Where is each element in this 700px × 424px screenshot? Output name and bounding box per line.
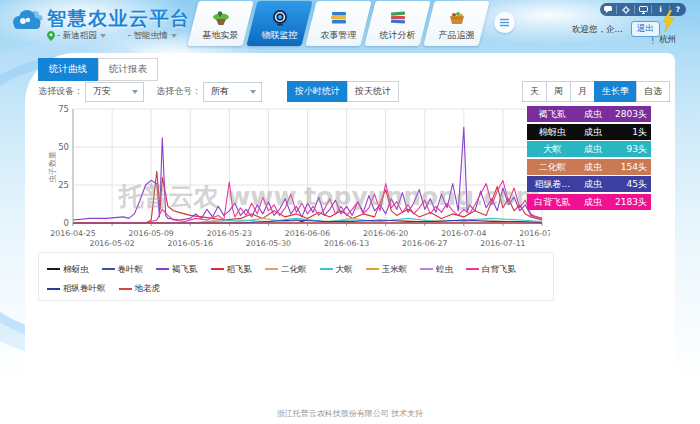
svg-text:2016-06-13: 2016-06-13 — [324, 239, 369, 248]
logout-button[interactable]: 退出 — [631, 21, 660, 37]
summary-row: 二化螟成虫154头 — [527, 159, 651, 175]
welcome-text: 欢迎您，企... — [572, 24, 623, 36]
legend-swatch — [211, 268, 224, 270]
insect-count: 1头 — [609, 124, 651, 140]
camera-icon — [271, 9, 289, 27]
svg-text:虫子数量: 虫子数量 — [48, 151, 57, 183]
svg-text:2016-07-04: 2016-07-04 — [441, 229, 486, 238]
app-title: 智慧农业云平台 — [47, 6, 191, 32]
period-button-2[interactable]: 周 — [546, 81, 571, 102]
nav-tab-1[interactable]: 基地实景 — [187, 1, 253, 46]
legend-item[interactable]: 二化螟 — [265, 262, 307, 277]
nav-tab-2[interactable]: 物联监控 — [246, 1, 312, 46]
insect-stage: 成虫 — [577, 106, 608, 122]
insect-name: 棉蚜虫 — [527, 124, 577, 140]
monitor-icon[interactable] — [635, 5, 652, 14]
cabin-label: 选择仓号： — [156, 85, 201, 98]
period-button-3[interactable]: 月 — [570, 81, 595, 102]
lightning-weather-icon — [662, 10, 675, 36]
legend-label: 二化螟 — [281, 262, 307, 277]
module-selector[interactable]: - 智能虫情 — [128, 30, 177, 42]
svg-text:2016-05-23: 2016-05-23 — [207, 229, 252, 238]
period-button-5[interactable]: 自选 — [636, 81, 670, 102]
legend-item[interactable]: 大螟 — [320, 262, 353, 277]
legend-label: 卷叶螟 — [118, 262, 144, 277]
summary-row: 褐飞虱成虫2803头 — [527, 106, 651, 122]
legend-swatch — [102, 268, 115, 270]
logo-cloud-icon — [10, 7, 44, 35]
legend-label: 棉蚜虫 — [63, 262, 89, 277]
insect-count: 2183头 — [609, 194, 651, 210]
chevron-down-icon — [132, 90, 138, 94]
legend-label: 稻纵卷叶螟 — [63, 281, 106, 296]
svg-text:2016-06-06: 2016-06-06 — [285, 229, 330, 238]
period-button-4[interactable]: 生长季 — [594, 81, 637, 102]
insect-count: 2803头 — [609, 106, 651, 122]
insect-name: 稻纵卷... — [527, 176, 577, 192]
stat-mode-button-1[interactable]: 按小时统计 — [287, 81, 348, 102]
stat-mode-group: 按小时统计按天统计 — [288, 81, 399, 102]
svg-text:50: 50 — [58, 142, 69, 152]
insect-count: 154头 — [609, 159, 651, 175]
summary-row: 棉蚜虫成虫1头 — [527, 124, 651, 140]
chart-legend: 棉蚜虫卷叶螟褐飞虱稻飞虱二化螟大螟玉米螟蝗虫白背飞虱稻纵卷叶螟地老虎 — [38, 252, 554, 301]
filter-row: 选择设备： 万安 选择仓号： 所有 按小时统计按天统计 天周月生长季自选 — [38, 81, 670, 102]
svg-text:2016-04-25: 2016-04-25 — [50, 229, 95, 238]
insect-name: 大螟 — [527, 141, 577, 157]
svg-text:25: 25 — [58, 180, 69, 190]
period-button-1[interactable]: 天 — [522, 81, 547, 102]
nav-tab-4[interactable]: 统计分析 — [364, 1, 430, 46]
legend-label: 玉米螟 — [382, 262, 408, 277]
chevron-down-icon — [100, 34, 106, 38]
legend-item[interactable]: 褐飞虱 — [156, 262, 198, 277]
gear-icon[interactable] — [617, 5, 634, 14]
legend-item[interactable]: 地老虎 — [119, 281, 161, 296]
location-selector[interactable]: - 新迪稻园 — [57, 30, 106, 42]
legend-item[interactable]: 稻纵卷叶螟 — [47, 281, 106, 296]
insect-count: 93头 — [609, 141, 651, 157]
svg-text:0: 0 — [64, 218, 69, 228]
chat-icon[interactable] — [600, 5, 617, 14]
svg-text:2016-07-11: 2016-07-11 — [480, 239, 525, 248]
legend-label: 稻飞虱 — [227, 262, 253, 277]
legend-label: 蝗虫 — [436, 262, 453, 277]
svg-text:2016-05-30: 2016-05-30 — [246, 239, 291, 248]
nav-tab-label: 产品追溯 — [439, 29, 475, 42]
weather-city: 杭州 — [659, 34, 676, 46]
nav-tab-5[interactable]: 产品追溯 — [423, 1, 489, 46]
basket-icon — [448, 9, 466, 27]
stat-mode-button-2[interactable]: 按天统计 — [347, 81, 399, 102]
nav-more-button[interactable] — [494, 12, 515, 33]
legend-item[interactable]: 卷叶螟 — [102, 262, 144, 277]
content-panel: 统计曲线统计报表 选择设备： 万安 选择仓号： 所有 按小时统计按天统计 天周月… — [25, 53, 675, 424]
chart-area: 2016-04-252016-05-022016-05-092016-05-16… — [45, 101, 550, 259]
period-group: 天周月生长季自选 — [523, 81, 670, 102]
legend-item[interactable]: 玉米螟 — [366, 262, 408, 277]
pin-icon — [47, 31, 55, 41]
legend-swatch — [466, 268, 479, 270]
legend-item[interactable]: 白背飞虱 — [466, 262, 516, 277]
panel-tab-2[interactable]: 统计报表 — [98, 58, 158, 81]
device-select[interactable]: 万安 — [85, 82, 144, 102]
insect-stage: 成虫 — [577, 194, 608, 210]
cabin-select[interactable]: 所有 — [203, 82, 262, 102]
legend-item[interactable]: 稻飞虱 — [211, 262, 253, 277]
svg-text:75: 75 — [58, 104, 69, 114]
island-icon — [211, 9, 231, 27]
legend-item[interactable]: 棉蚜虫 — [47, 262, 89, 277]
location-bar: - 新迪稻园 - 智能虫情 — [47, 30, 177, 42]
summary-row: 稻纵卷...成虫45头 — [527, 176, 651, 192]
insect-name: 白背飞虱 — [527, 194, 577, 210]
insect-stage: 成虫 — [577, 176, 608, 192]
books-icon — [389, 9, 407, 27]
legend-swatch — [47, 268, 60, 270]
main-nav: 基地实景物联监控农事管理统计分析产品追溯 — [193, 1, 488, 46]
legend-item[interactable]: 蝗虫 — [420, 262, 453, 277]
insect-name: 二化螟 — [527, 159, 577, 175]
insect-stage: 成虫 — [577, 159, 608, 175]
insect-summary-table: 褐飞虱成虫2803头棉蚜虫成虫1头大螟成虫93头二化螟成虫154头稻纵卷...成… — [527, 106, 651, 211]
nav-tab-3[interactable]: 农事管理 — [305, 1, 371, 46]
panel-tab-1[interactable]: 统计曲线 — [38, 58, 98, 81]
svg-text:2016-05-09: 2016-05-09 — [129, 229, 174, 238]
chevron-down-icon — [171, 34, 177, 38]
